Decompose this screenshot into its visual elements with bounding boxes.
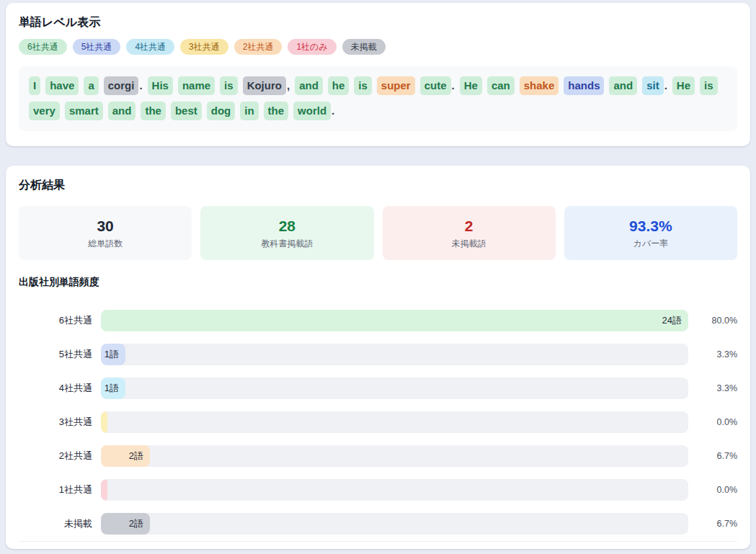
- legend-badge-level2: 2社共通: [234, 39, 283, 55]
- word-chip-level6: cute: [420, 76, 451, 95]
- word-chip-level6: a: [84, 76, 98, 95]
- word-chip-level6: the: [141, 102, 166, 120]
- percent-label: 3.3%: [697, 349, 737, 359]
- word-chip-level6: and: [295, 76, 323, 95]
- page: 単語レベル表示 6社共通5社共通4社共通3社共通2社共通1社のみ未掲載 Ihav…: [0, 0, 756, 549]
- bar-track: 24語: [101, 310, 688, 331]
- stat-card-blue: 93.3%カバー率: [564, 206, 737, 260]
- punctuation: .: [664, 79, 667, 93]
- divider: [19, 541, 737, 542]
- word-chip-level6: very: [29, 102, 60, 120]
- bar: [101, 479, 107, 501]
- percent-label: 80.0%: [697, 316, 737, 326]
- word-chip-level2: super: [377, 76, 415, 95]
- chart-row-2: 5社共通1語3.3%: [19, 344, 737, 365]
- bar: 2語: [101, 513, 150, 535]
- word-chip-level6: I: [29, 76, 40, 95]
- row-label: 1社共通: [19, 483, 92, 496]
- word-level-title: 単語レベル表示: [19, 16, 737, 29]
- bar: 2語: [101, 445, 150, 467]
- stat-value: 28: [208, 217, 366, 236]
- punctuation: ,: [287, 79, 290, 93]
- percent-label: 0.0%: [697, 417, 737, 427]
- chart-row-4: 3社共通0.0%: [19, 411, 737, 433]
- legend-badge-level5: 5社共通: [73, 39, 121, 55]
- bar: 1語: [101, 344, 125, 365]
- word-chip-level6: in: [240, 102, 258, 120]
- legend-badge-level6: 6社共通: [19, 39, 67, 55]
- stat-value: 93.3%: [572, 217, 730, 236]
- word-chip-level6: can: [487, 76, 515, 95]
- bar: 1語: [101, 377, 125, 399]
- analyzed-text: Ihaveacorgi.HisnameisKojuro,andheissuper…: [19, 66, 737, 131]
- bar-value-label: 24語: [662, 314, 682, 327]
- chart-row-5: 2社共通2語6.7%: [19, 445, 737, 467]
- row-label: 6社共通: [19, 314, 92, 327]
- word-chip-level6: best: [171, 102, 202, 120]
- word-chip-level6: the: [264, 102, 289, 120]
- stat-label: 未掲載語: [390, 238, 548, 249]
- stat-card-red: 2未掲載語: [383, 206, 556, 260]
- word-chip-level6: He: [672, 76, 695, 95]
- stat-card-neutral: 30総単語数: [19, 206, 192, 260]
- word-chip-none: corgi: [104, 76, 139, 95]
- word-chip-level6: His: [148, 76, 173, 95]
- percent-label: 3.3%: [697, 383, 737, 393]
- word-chip-level6: and: [108, 102, 136, 120]
- bar-track: [101, 411, 688, 433]
- stat-value: 2: [390, 217, 548, 236]
- bar-value-label: 2語: [129, 517, 143, 530]
- word-chip-level4: sit: [642, 76, 664, 95]
- bar-track: 1語: [101, 377, 688, 399]
- chart-row-3: 4社共通1語3.3%: [19, 377, 737, 399]
- word-chip-level6: He: [460, 76, 482, 95]
- punctuation: .: [452, 79, 455, 93]
- percent-label: 6.7%: [697, 519, 737, 529]
- chart-title: 出版社別単語頻度: [19, 276, 737, 288]
- word-chip-level2: shake: [520, 76, 559, 95]
- publisher-frequency-chart: 6社共通24語80.0%5社共通1語3.3%4社共通1語3.3%3社共通0.0%…: [19, 310, 737, 535]
- legend-badge-level4: 4社共通: [126, 39, 174, 55]
- word-chip-level6: dog: [207, 102, 236, 120]
- word-chip-level6: world: [293, 102, 331, 120]
- word-chip-level6: is: [354, 76, 372, 95]
- chart-row-1: 6社共通24語80.0%: [19, 310, 737, 331]
- punctuation: .: [139, 79, 142, 93]
- stat-value: 30: [26, 217, 184, 236]
- bar-value-label: 1語: [104, 382, 119, 395]
- stat-label: 総単語数: [26, 238, 184, 249]
- row-label: 5社共通: [19, 348, 92, 361]
- word-chip-level6: is: [700, 76, 718, 95]
- bar-value-label: 1語: [104, 348, 119, 361]
- percent-label: 0.0%: [697, 485, 737, 495]
- word-chip-level6: name: [178, 76, 215, 95]
- word-chip-level6: have: [45, 76, 79, 95]
- word-chip-level5: hands: [564, 76, 604, 95]
- chart-row-6: 1社共通0.0%: [19, 479, 737, 501]
- chart-row-7: 未掲載2語6.7%: [19, 513, 737, 535]
- word-chip-level6: and: [609, 76, 637, 95]
- bar-value-label: 2語: [129, 450, 143, 463]
- bar: [101, 411, 107, 433]
- word-level-panel: 単語レベル表示 6社共通5社共通4社共通3社共通2社共通1社のみ未掲載 Ihav…: [6, 3, 750, 146]
- stat-label: カバー率: [572, 238, 730, 249]
- stats-row: 30総単語数28教科書掲載語2未掲載語93.3%カバー率: [19, 206, 737, 260]
- row-label: 3社共通: [19, 416, 92, 429]
- analysis-panel: 分析結果 30総単語数28教科書掲載語2未掲載語93.3%カバー率 出版社別単語…: [6, 166, 750, 549]
- legend-badge-none: 未掲載: [342, 39, 386, 55]
- row-label: 4社共通: [19, 382, 92, 395]
- bar: 24語: [101, 310, 688, 331]
- punctuation: .: [332, 104, 334, 118]
- legend-badge-level3: 3社共通: [180, 39, 228, 55]
- stat-card-green: 28教科書掲載語: [200, 206, 373, 260]
- bar-track: 2語: [101, 445, 688, 467]
- bar-track: 2語: [101, 513, 688, 535]
- bar-track: 1語: [101, 344, 688, 365]
- analysis-title: 分析結果: [19, 179, 737, 192]
- row-label: 2社共通: [19, 450, 92, 463]
- stat-label: 教科書掲載語: [208, 238, 366, 249]
- word-chip-level6: is: [220, 76, 238, 95]
- row-label: 未掲載: [19, 517, 92, 530]
- legend-badge-level1: 1社のみ: [288, 39, 336, 55]
- percent-label: 6.7%: [697, 451, 737, 461]
